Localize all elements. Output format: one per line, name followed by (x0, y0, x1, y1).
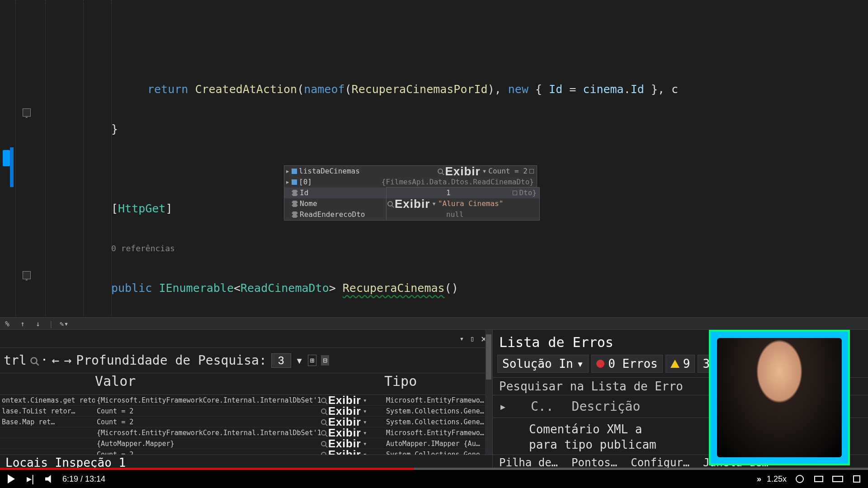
arrow-right-icon[interactable]: → (64, 353, 71, 368)
execution-pointer (3, 150, 10, 166)
volume-button[interactable] (43, 473, 55, 485)
tool-icon[interactable]: ⊟ (321, 355, 329, 366)
fold-toggle[interactable] (23, 108, 31, 117)
ident: Id (631, 83, 644, 96)
scrollbar[interactable] (485, 330, 492, 455)
next-button[interactable]: ▸| (24, 473, 36, 485)
locals-panel: ▾ ▯ ✕ trl ･ ← → Profundidade de Pesquisa… (0, 330, 493, 470)
variable-icon (292, 179, 297, 185)
tab-breakpoints[interactable]: Pontos… (571, 456, 617, 469)
watch-row[interactable]: {AutoMapper.Mapper}Exibir▾AutoMapper.IMa… (0, 438, 492, 449)
video-controls[interactable]: ▸| 6:19 / 13:14 » 1.25x (0, 470, 868, 488)
kw: new (508, 83, 528, 96)
webcam-overlay (709, 330, 850, 465)
kw: return (147, 83, 188, 96)
ident: cinema (583, 83, 623, 96)
tab-callstack[interactable]: Pilha de… (499, 456, 558, 469)
play-button[interactable] (5, 473, 17, 485)
percent-icon[interactable]: % (3, 319, 12, 328)
brush-icon[interactable]: ✎▾ (60, 319, 69, 328)
chapters-icon[interactable]: » (757, 474, 760, 484)
attr: HttpGet (118, 202, 165, 215)
watch-row[interactable]: lase.ToList retor…Count = 2Exibir▾System… (0, 406, 492, 417)
wrench-icon (292, 190, 298, 196)
volume-icon (45, 475, 53, 483)
warning-icon (670, 360, 679, 368)
method: RecuperaCinemas (343, 282, 445, 295)
code-content[interactable]: return CreatedAtAction(nameof(RecuperaCi… (36, 0, 868, 316)
depth-label: Profundidade de Pesquisa: (76, 353, 266, 368)
settings-button[interactable] (794, 473, 806, 485)
pin-icon[interactable]: ▯ (470, 334, 475, 343)
errors-filter[interactable]: 0 Erros (591, 355, 663, 373)
arrow-left-icon[interactable]: ← (52, 353, 60, 368)
theater-icon (832, 476, 843, 482)
ident: RecuperaCinemasPorId (352, 83, 488, 96)
variable-icon (292, 169, 297, 174)
depth-input[interactable] (271, 353, 291, 368)
col-value[interactable]: Valor (95, 373, 384, 394)
kw: public (111, 282, 152, 295)
dropdown-icon[interactable]: ▾ (459, 334, 464, 343)
col-desc[interactable]: Descrição (572, 399, 641, 414)
fullscreen-button[interactable] (851, 473, 863, 485)
tab-settings[interactable]: Configur… (631, 456, 689, 469)
search-icon[interactable] (387, 201, 393, 206)
editor-nav-toolbar: % ↑ ↓ | ✎▾ (0, 317, 868, 330)
col-code[interactable]: C.. (531, 399, 554, 414)
gear-icon (796, 475, 804, 483)
datatip-prop[interactable]: ReadEnderecoDto (300, 205, 365, 225)
kw: nameof (304, 83, 344, 96)
codelens[interactable]: 0 referências (36, 239, 868, 258)
pin-icon[interactable] (513, 191, 517, 195)
watch-row[interactable]: Base.Map ret…Count = 2Exibir▾System.Coll… (0, 417, 492, 427)
change-indicator (10, 147, 14, 187)
watch-row[interactable]: {Microsoft.EntityFrameworkCore.Internal.… (0, 427, 492, 438)
progress-fill (0, 468, 414, 470)
arrow-up-icon[interactable]: ↑ (18, 319, 27, 328)
time-total: 13:14 (85, 474, 105, 483)
wrench-icon (292, 201, 298, 207)
code-editor[interactable]: return CreatedAtAction(nameof(RecuperaCi… (0, 0, 868, 316)
gutter (0, 0, 36, 316)
search-bar: trl ･ ← → Profundidade de Pesquisa: ▾ ⊞ … (0, 348, 492, 373)
datatip-value: null (387, 205, 464, 225)
play-icon (8, 474, 15, 483)
progress-bar[interactable] (0, 468, 868, 470)
expand-icon[interactable]: ▸ (499, 399, 513, 414)
dropdown-icon[interactable]: ▾ (296, 353, 303, 368)
wrench-icon (292, 211, 298, 218)
call: CreatedAtAction (195, 83, 297, 96)
fold-toggle[interactable] (23, 271, 31, 279)
text: trl (4, 353, 27, 368)
col-type[interactable]: Tipo (384, 373, 492, 394)
watch-rows[interactable]: ontext.Cinemas.get retor…{Microsoft.Enti… (0, 395, 492, 460)
person-silhouette (717, 338, 842, 457)
ident: Id (549, 83, 562, 96)
error-icon (596, 360, 604, 368)
search-icon[interactable] (438, 169, 443, 174)
solution-filter[interactable]: Solução In ▾ (497, 355, 589, 373)
datatip-value: Dto} (519, 183, 537, 203)
miniplayer-button[interactable] (813, 473, 825, 485)
search-icon[interactable] (30, 357, 38, 364)
type: ReadCinemaDto (241, 282, 329, 295)
warnings-filter[interactable]: 9 (665, 355, 695, 373)
miniplayer-icon (814, 476, 823, 482)
theater-button[interactable] (832, 473, 844, 485)
watch-row[interactable]: ontext.Cinemas.get retor…{Microsoft.Enti… (0, 395, 492, 406)
speed-button[interactable]: 1.25x (767, 474, 787, 484)
fullscreen-icon (853, 475, 860, 483)
tool-icon[interactable]: ⊞ (308, 355, 317, 366)
datatip-detail[interactable]: 1 Dto} Exibir ▾ "Alura Cinemas" null (386, 187, 540, 221)
expand-icon[interactable]: ▸ (285, 172, 290, 192)
arrow-down-icon[interactable]: ↓ (33, 319, 42, 328)
type: IEnumerable (159, 282, 234, 295)
time-current: 6:19 (62, 474, 78, 483)
panel-toolbar: ▾ ▯ ✕ (0, 330, 492, 348)
column-headers: Valor Tipo (0, 373, 492, 395)
